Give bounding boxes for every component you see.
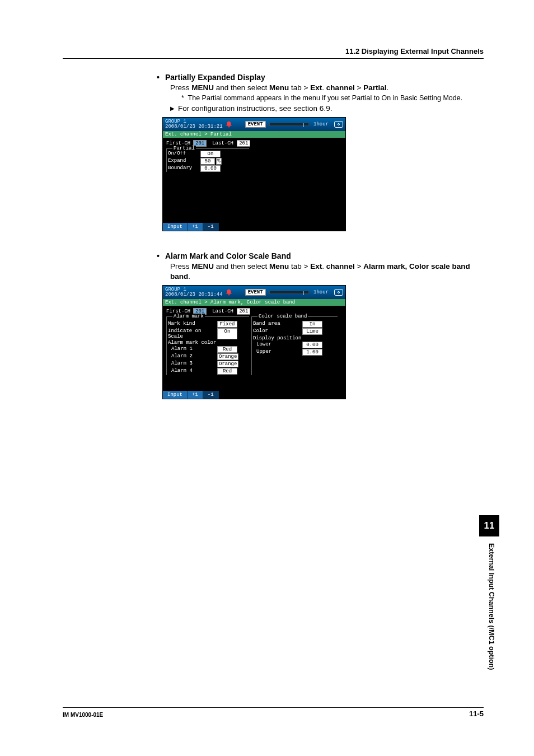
plus1-button[interactable]: +1 xyxy=(188,223,203,231)
bar-mark: | xyxy=(302,122,305,127)
section1-title: Partially Expanded Display xyxy=(165,73,265,82)
amcolor-label: Alarm mark color xyxy=(168,340,217,346)
a2-value[interactable]: Orange xyxy=(217,353,238,360)
txt: . xyxy=(386,83,388,92)
txt: and then select xyxy=(214,83,269,92)
txt: . xyxy=(322,83,326,92)
star: * xyxy=(181,94,184,102)
boundary-label: Boundary xyxy=(168,165,200,172)
ba-value[interactable]: In xyxy=(302,321,322,328)
partial-legend: Partial xyxy=(172,146,196,151)
section2: • Alarm Mark and Color Scale Band Press … xyxy=(157,251,484,399)
txt-b: Partial xyxy=(363,83,386,92)
txt-b: MENU xyxy=(191,83,214,92)
last-ch-value[interactable]: 201 xyxy=(237,308,250,315)
a3-label: Alarm 3 xyxy=(168,361,217,367)
alarm-icon xyxy=(225,120,233,128)
footer-rule xyxy=(63,707,484,708)
bar-mark: | xyxy=(302,290,305,295)
camera-icon xyxy=(334,289,343,296)
txt: Press xyxy=(170,262,191,270)
onoff-value[interactable]: On xyxy=(200,151,221,157)
header-rule xyxy=(63,58,484,59)
txt: > xyxy=(355,262,363,270)
markkind-value[interactable]: Fixed xyxy=(217,321,237,328)
txt-b: Menu xyxy=(269,83,289,92)
a1-label: Alarm 1 xyxy=(168,346,217,353)
section2-title: Alarm Mark and Color Scale Band xyxy=(165,251,291,260)
ba-label: Band area xyxy=(253,321,302,328)
event-badge: EVENT xyxy=(245,289,266,296)
color-value[interactable]: Lime xyxy=(302,328,322,335)
ios-value[interactable]: On xyxy=(217,328,237,339)
triangle-icon: ▶ xyxy=(170,105,175,111)
camera-icon xyxy=(334,121,343,128)
ss-group: GROUP 1 2008/01/23 20:31:44 xyxy=(165,287,223,297)
boundary-value[interactable]: 0.00 xyxy=(200,165,221,172)
expand-value[interactable]: 50 xyxy=(200,158,215,165)
alarm-icon xyxy=(225,288,233,296)
progress-bar: | xyxy=(269,123,309,126)
event-badge: EVENT xyxy=(245,121,266,128)
partial-fieldset: Partial On/OffOn Expand50% Boundary0.00 xyxy=(166,148,249,172)
duration-label: 1hour xyxy=(313,290,329,295)
screenshot-partial: GROUP 1 2008/01/23 20:31:21 EVENT | 1hou… xyxy=(162,117,346,231)
section2-heading: • Alarm Mark and Color Scale Band xyxy=(157,251,484,260)
section2-instruction: Press MENU and then select Menu tab > Ex… xyxy=(170,262,484,282)
expand-label: Expand xyxy=(168,158,200,165)
txt: . xyxy=(322,262,326,270)
txt: and then select xyxy=(214,262,269,270)
footer-doc-id: IM MV1000-01E xyxy=(63,712,103,718)
xref-text: For configuration instructions, see sect… xyxy=(178,104,332,113)
expand-unit: % xyxy=(216,158,222,165)
lower-value[interactable]: 0.00 xyxy=(302,342,322,348)
fieldset-container: Alarm mark Mark kindFixed Indicate on Sc… xyxy=(166,316,340,375)
txt-b: MENU xyxy=(191,262,214,270)
onoff-label: On/Off xyxy=(168,151,200,157)
ss-breadcrumb: Ext. channel > Alarm mark, Color scale b… xyxy=(163,299,345,306)
footnote-row: * The Partial command appears in the men… xyxy=(181,94,484,102)
txt-b: Menu xyxy=(269,262,289,270)
minus1-button[interactable]: -1 xyxy=(203,223,219,231)
header-section-title: 11.2 Displaying External Input Channels xyxy=(345,47,484,55)
input-button[interactable]: Input xyxy=(163,391,188,399)
ss-footer: Input +1 -1 xyxy=(163,391,345,399)
a2-label: Alarm 2 xyxy=(168,353,217,360)
txt: Press xyxy=(170,83,191,92)
timestamp: 2008/01/23 20:31:21 xyxy=(165,124,223,129)
progress-bar: | xyxy=(269,291,309,294)
chapter-side-label: External Input Channels (/MC1 option) xyxy=(488,543,495,670)
footnote-text: The Partial command appears in the menu … xyxy=(188,94,463,102)
last-ch-label: Last-CH xyxy=(212,141,237,146)
ss-footer: Input +1 -1 xyxy=(163,223,345,231)
ios-label: Indicate on Scale xyxy=(168,328,217,339)
ss-body: First-CH 201 Last-CH 201 Partial On/OffO… xyxy=(163,138,345,223)
screenshot-alarm: GROUP 1 2008/01/23 20:31:44 EVENT | 1hou… xyxy=(162,285,346,399)
input-button[interactable]: Input xyxy=(163,223,188,231)
timestamp: 2008/01/23 20:31:44 xyxy=(165,292,223,297)
plus1-button[interactable]: +1 xyxy=(188,391,203,399)
a3-value[interactable]: Orange xyxy=(217,361,238,367)
csb-legend: Color scale band xyxy=(257,314,308,319)
ss-titlebar: GROUP 1 2008/01/23 20:31:21 EVENT | 1hou… xyxy=(163,118,345,131)
color-label: Color xyxy=(253,328,302,335)
ss-group: GROUP 1 2008/01/23 20:31:21 xyxy=(165,119,223,129)
dp-label: Display position xyxy=(253,335,302,341)
minus1-button[interactable]: -1 xyxy=(203,391,219,399)
svg-rect-0 xyxy=(228,127,230,128)
footer-page-number: 11-5 xyxy=(469,710,484,718)
a1-value[interactable]: Red xyxy=(217,346,237,353)
alarm-mark-legend: Alarm mark xyxy=(172,314,205,319)
ss-titlebar: GROUP 1 2008/01/23 20:31:44 EVENT | 1hou… xyxy=(163,286,345,299)
txt: tab > xyxy=(289,83,310,92)
a4-value[interactable]: Red xyxy=(217,368,237,375)
last-ch-label: Last-CH xyxy=(212,309,237,314)
txt: > xyxy=(355,83,363,92)
txt-b: Ext xyxy=(310,262,322,270)
xref-row: ▶ For configuration instructions, see se… xyxy=(170,104,484,113)
upper-value[interactable]: 1.00 xyxy=(302,349,322,356)
svg-rect-1 xyxy=(228,295,230,296)
last-ch-value[interactable]: 201 xyxy=(237,140,250,147)
a4-label: Alarm 4 xyxy=(168,368,217,375)
txt: tab > xyxy=(289,262,310,270)
